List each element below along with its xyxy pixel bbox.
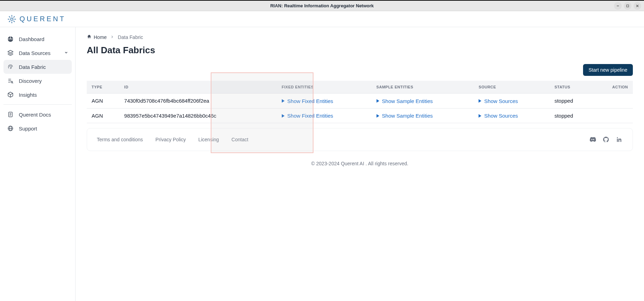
- play-icon: [479, 114, 481, 118]
- copyright: © 2023-2024 Querent AI . All rights rese…: [87, 161, 633, 166]
- cell-id: 7430f0d5708c476fb4bc684ff206f2ea: [119, 94, 277, 109]
- start-pipeline-button[interactable]: Start new pipeline: [583, 64, 633, 76]
- show-fixed-entities[interactable]: Show Fixed Entities: [282, 113, 333, 119]
- clipboard-icon: [7, 111, 14, 118]
- page-title: All Data Fabrics: [87, 45, 633, 56]
- svg-line-7: [12, 82, 13, 83]
- svg-point-4: [11, 18, 13, 20]
- logo-text: QUERENT: [20, 15, 66, 23]
- sidebar-item-support[interactable]: Support: [3, 121, 72, 135]
- sidebar-label: Discovery: [19, 78, 42, 84]
- discord-icon[interactable]: [589, 136, 596, 143]
- show-fixed-entities[interactable]: Show Fixed Entities: [282, 98, 333, 104]
- footer-licensing[interactable]: Licensing: [198, 137, 219, 142]
- search-doc-icon: [7, 77, 14, 84]
- cell-type: AGN: [87, 108, 119, 123]
- play-icon: [479, 99, 481, 103]
- window-titlebar: RIAN: Realtime Information Aggregator Ne…: [0, 0, 644, 11]
- sidebar-divider: [3, 104, 72, 105]
- sidebar-label: Insights: [19, 92, 37, 98]
- play-icon: [282, 99, 285, 103]
- svg-marker-5: [8, 50, 13, 53]
- sidebar-item-dashboard[interactable]: Dashboard: [3, 32, 72, 46]
- logo-icon: [7, 14, 17, 24]
- footer-links: Terms and conditions Privacy Policy Lice…: [97, 137, 248, 142]
- footer-contact[interactable]: Contact: [232, 137, 248, 142]
- show-sources[interactable]: Show Sources: [479, 98, 518, 104]
- cell-action: [593, 94, 633, 109]
- sidebar-item-data-sources[interactable]: Data Sources: [3, 46, 72, 60]
- layers-icon: [7, 49, 14, 56]
- sidebar-item-insights[interactable]: Insights: [3, 88, 72, 102]
- window-controls: [614, 2, 641, 10]
- play-icon: [377, 99, 379, 103]
- svg-rect-1: [627, 5, 629, 7]
- play-icon: [282, 114, 285, 118]
- col-sample: SAMPLE ENTITIES: [372, 81, 474, 94]
- show-sample-entities[interactable]: Show Sample Entities: [377, 113, 433, 119]
- minimize-button[interactable]: [614, 2, 622, 10]
- sidebar: Dashboard Data Sources Data Fabric Disco…: [0, 27, 76, 301]
- cell-status: stopped: [550, 94, 593, 109]
- table-row: AGN7430f0d5708c476fb4bc684ff206f2eaShow …: [87, 94, 633, 109]
- breadcrumb-home[interactable]: Home: [87, 34, 107, 40]
- cube-icon: [7, 91, 14, 98]
- show-sources[interactable]: Show Sources: [479, 113, 518, 119]
- github-icon[interactable]: [603, 136, 610, 143]
- home-icon: [87, 34, 92, 40]
- footer-privacy[interactable]: Privacy Policy: [155, 137, 186, 142]
- sidebar-label: Support: [19, 126, 37, 132]
- show-sample-entities[interactable]: Show Sample Entities: [377, 98, 433, 104]
- app-header: QUERENT: [0, 11, 644, 27]
- main-content: Home Data Fabric All Data Fabrics Start …: [76, 27, 644, 301]
- footer-card: Terms and conditions Privacy Policy Lice…: [87, 128, 633, 151]
- col-status: STATUS: [550, 81, 593, 94]
- col-action: ACTION: [593, 81, 633, 94]
- chevron-right-icon: [110, 34, 114, 40]
- cell-action: [593, 108, 633, 123]
- data-fabric-table: TYPE ID FIXED ENTITIES SAMPLE ENTITIES S…: [87, 81, 633, 123]
- breadcrumb: Home Data Fabric: [87, 34, 633, 40]
- maximize-button[interactable]: [624, 2, 631, 10]
- cell-type: AGN: [87, 94, 119, 109]
- sidebar-label: Querent Docs: [19, 112, 51, 118]
- sidebar-item-discovery[interactable]: Discovery: [3, 74, 72, 88]
- play-icon: [377, 114, 379, 118]
- close-button[interactable]: [634, 2, 641, 10]
- sidebar-item-docs[interactable]: Querent Docs: [3, 108, 72, 121]
- table-row: AGN983957e5bc4743949e7a14826bb0c46cShow …: [87, 108, 633, 123]
- window-title: RIAN: Realtime Information Aggregator Ne…: [270, 3, 374, 8]
- pie-icon: [7, 35, 14, 42]
- col-fixed: FIXED ENTITIES: [277, 81, 372, 94]
- cell-id: 983957e5bc4743949e7a14826bb0c46c: [119, 108, 277, 123]
- linkedin-icon[interactable]: [616, 136, 623, 143]
- breadcrumb-current: Data Fabric: [118, 34, 143, 40]
- action-row: Start new pipeline: [87, 64, 633, 76]
- footer-terms[interactable]: Terms and conditions: [97, 137, 143, 142]
- col-id: ID: [119, 81, 277, 94]
- cell-status: stopped: [550, 108, 593, 123]
- logo[interactable]: QUERENT: [7, 14, 66, 24]
- col-type: TYPE: [87, 81, 119, 94]
- sidebar-label: Data Sources: [19, 50, 51, 56]
- sidebar-label: Data Fabric: [19, 64, 46, 70]
- sidebar-item-data-fabric[interactable]: Data Fabric: [3, 60, 72, 74]
- social-links: [589, 136, 623, 143]
- fingerprint-icon: [7, 63, 14, 70]
- globe-icon: [7, 125, 14, 132]
- sidebar-label: Dashboard: [19, 36, 44, 42]
- col-source: SOURCE: [474, 81, 550, 94]
- chevron-down-icon: [64, 50, 68, 56]
